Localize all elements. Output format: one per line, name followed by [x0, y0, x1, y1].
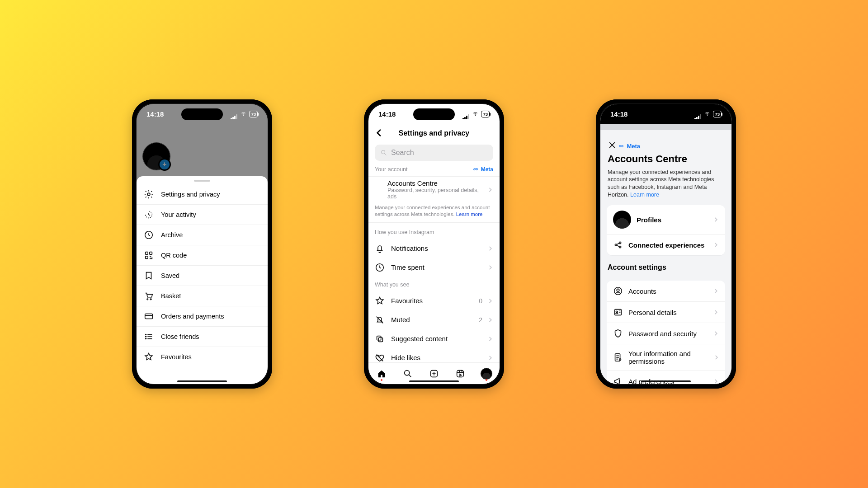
chevron-right-icon: [487, 187, 493, 193]
battery-icon: 73: [481, 111, 490, 117]
chevron-right-icon: [487, 298, 493, 304]
chevron-right-icon: [713, 354, 719, 361]
row-favourites[interactable]: Favourites 0: [368, 291, 500, 310]
cellular-icon: [231, 112, 238, 117]
account-settings-heading: Account settings: [600, 255, 731, 274]
favourites-icon: [144, 352, 154, 362]
chevron-right-icon: [487, 317, 493, 323]
svg-point-29: [707, 116, 708, 116]
accounts-centre-title: Accounts Centre: [387, 179, 487, 187]
accounts-icon: [613, 286, 623, 296]
menu-item-qr[interactable]: QR code: [137, 245, 268, 266]
search-input[interactable]: Search: [375, 145, 493, 161]
row-accounts[interactable]: Accounts: [607, 281, 725, 302]
row-notifications[interactable]: Notifications: [368, 239, 500, 258]
tab-search[interactable]: [399, 365, 417, 383]
cellular-icon: [462, 112, 470, 117]
clock: 14:18: [378, 110, 396, 118]
row-time-spent[interactable]: Time spent: [368, 258, 500, 277]
menu-label: Basket: [161, 292, 181, 300]
layers-icon: [375, 334, 385, 344]
activity-icon: [144, 210, 154, 220]
accounts-centre-card[interactable]: Accounts Centre Password, security, pers…: [368, 176, 500, 223]
menu-item-saved[interactable]: Saved: [137, 266, 268, 286]
menu-label: Settings and privacy: [161, 191, 220, 198]
svg-point-27: [243, 116, 244, 116]
menu-item-favourites[interactable]: Favourites: [137, 347, 268, 367]
accounts-centre-desc: Manage your connected experiences and ac…: [608, 169, 724, 199]
meta-logo: Meta: [618, 143, 640, 150]
cellular-icon: [694, 112, 702, 117]
row-profiles[interactable]: Profiles: [607, 205, 725, 235]
chevron-right-icon: [712, 330, 719, 337]
reels-icon: [455, 369, 465, 379]
tab-home[interactable]: [373, 365, 391, 383]
wifi-icon: [472, 111, 479, 117]
row-label: Personal details: [628, 309, 677, 316]
row-muted[interactable]: Muted 2: [368, 310, 500, 329]
share-icon: [613, 240, 623, 250]
phone-1: 14:18 73 159Posts: [132, 99, 272, 389]
saved-icon: [144, 271, 154, 281]
menu-label: Saved: [161, 272, 179, 279]
chevron-right-icon: [712, 378, 719, 384]
sheet-grip[interactable]: [194, 180, 210, 182]
row-hide-likes[interactable]: Hide likes: [368, 348, 500, 362]
menu-item-activity[interactable]: Your activity: [137, 205, 268, 225]
close-icon[interactable]: [608, 141, 617, 150]
how-you-use-label: How you use Instagram: [375, 229, 434, 235]
favourites-count: 0: [479, 297, 482, 305]
menu-item-orders[interactable]: Orders and payments: [137, 306, 268, 327]
account-settings-card: AccountsPersonal detailsPassword and sec…: [607, 281, 725, 384]
tab-create[interactable]: [425, 365, 443, 383]
menu-item-close-friends[interactable]: Close friends: [137, 327, 268, 347]
info-icon: [613, 352, 623, 362]
clock: 14:18: [146, 110, 164, 118]
personal-icon: [613, 307, 623, 317]
avatar-icon: [613, 211, 631, 229]
menu-label: Favourites: [161, 353, 192, 361]
chevron-right-icon: [712, 309, 719, 315]
menu-item-archive[interactable]: Archive: [137, 225, 268, 245]
chevron-right-icon: [487, 355, 493, 361]
chevron-right-icon: [712, 216, 719, 223]
settings-header: Settings and privacy: [368, 124, 500, 143]
home-indicator[interactable]: [641, 380, 691, 382]
avatar-icon: [481, 368, 492, 379]
tab-reels[interactable]: [451, 365, 469, 383]
dynamic-island: [413, 108, 455, 120]
phone-2: 14:18 73 Settings and privacy Search: [364, 99, 504, 389]
learn-more-link[interactable]: Learn more: [630, 192, 659, 198]
row-connected-experiences[interactable]: Connected experiences: [607, 235, 725, 255]
tab-profile[interactable]: [477, 365, 495, 383]
menu-item-basket[interactable]: Basket: [137, 286, 268, 306]
qr-icon: [144, 250, 154, 260]
row-info[interactable]: Your information and permissions: [607, 344, 725, 371]
menu-label: Close friends: [161, 333, 199, 340]
chevron-right-icon: [487, 336, 493, 342]
home-indicator[interactable]: [409, 380, 459, 382]
profiles-card: Profiles Connected experiences: [607, 205, 725, 255]
settings-icon: [144, 189, 154, 199]
chevron-right-icon: [487, 264, 493, 271]
learn-more-link[interactable]: Learn more: [456, 211, 483, 217]
bottom-sheet-menu: Settings and privacyYour activityArchive…: [137, 176, 268, 384]
battery-icon: 73: [713, 111, 722, 117]
row-password[interactable]: Password and security: [607, 323, 725, 344]
row-label: Your information and permissions: [628, 350, 713, 365]
what-you-see-label: What you see: [375, 282, 409, 288]
star-icon: [375, 296, 385, 306]
home-indicator[interactable]: [177, 380, 227, 382]
menu-item-settings[interactable]: Settings and privacy: [137, 184, 268, 205]
accounts-centre-sub: Password, security, personal details, ad…: [387, 187, 487, 200]
menu-label: Your activity: [161, 211, 196, 218]
search-icon: [403, 369, 413, 379]
menu-label: QR code: [161, 252, 187, 259]
accounts-centre-footnote: Manage your connected experiences and ac…: [375, 204, 493, 218]
row-suggested[interactable]: Suggested content: [368, 329, 500, 348]
dynamic-island: [181, 108, 223, 120]
back-icon[interactable]: [373, 127, 384, 138]
clock: 14:18: [610, 110, 627, 118]
row-personal[interactable]: Personal details: [607, 302, 725, 323]
phone-3: 14:18 73 Meta Accou: [596, 99, 736, 389]
